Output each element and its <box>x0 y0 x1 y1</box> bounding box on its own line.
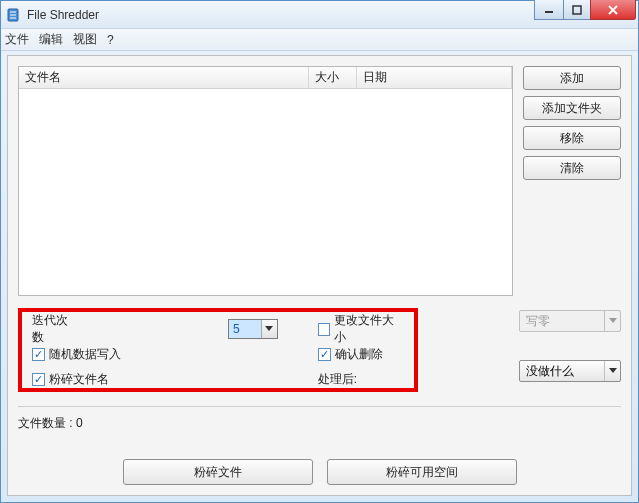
client-area: 文件名 大小 日期 添加 添加文件夹 移除 清除 迭代次数 5 <box>7 55 632 496</box>
confirm-delete-label: 确认删除 <box>335 346 383 363</box>
menu-file[interactable]: 文件 <box>5 31 29 48</box>
close-button[interactable] <box>590 0 636 20</box>
close-icon <box>607 5 619 15</box>
options-mid-col: 更改文件大小 确认删除 处理后: <box>318 320 404 378</box>
options-left-col: 迭代次数 5 随机数据写入 粉碎文件名 <box>32 320 278 378</box>
clear-button[interactable]: 清除 <box>523 156 621 180</box>
chevron-down-icon <box>604 311 620 331</box>
chevron-down-icon <box>261 320 277 338</box>
chevron-down-icon <box>604 361 620 381</box>
app-icon <box>5 7 21 23</box>
bottom-buttons: 粉碎文件 粉碎可用空间 <box>8 459 631 485</box>
mode-value: 写零 <box>520 313 604 330</box>
window-title: File Shredder <box>27 8 99 22</box>
svg-marker-10 <box>609 368 617 373</box>
menu-help[interactable]: ? <box>107 33 114 47</box>
change-size-label: 更改文件大小 <box>334 312 404 346</box>
menu-edit[interactable]: 编辑 <box>39 31 63 48</box>
after-label: 处理后: <box>318 371 357 388</box>
iterations-combobox[interactable]: 5 <box>228 319 278 339</box>
options-right: 写零 没做什么 <box>418 308 621 382</box>
divider <box>18 406 621 407</box>
add-button[interactable]: 添加 <box>523 66 621 90</box>
app-window: File Shredder 文件 编辑 视图 ? 文件名 <box>0 0 639 503</box>
minimize-icon <box>544 5 554 15</box>
table-header: 文件名 大小 日期 <box>19 67 512 89</box>
random-write-row: 随机数据写入 <box>32 346 278 363</box>
maximize-icon <box>572 5 582 15</box>
shred-filename-checkbox[interactable] <box>32 373 45 386</box>
confirm-delete-row: 确认删除 <box>318 346 404 363</box>
confirm-delete-checkbox[interactable] <box>318 348 331 361</box>
col-header-size[interactable]: 大小 <box>309 67 357 88</box>
file-table[interactable]: 文件名 大小 日期 <box>18 66 513 296</box>
after-action-combobox[interactable]: 没做什么 <box>519 360 621 382</box>
menubar: 文件 编辑 视图 ? <box>1 29 638 51</box>
shred-filename-row: 粉碎文件名 <box>32 371 278 388</box>
svg-marker-8 <box>265 326 273 331</box>
side-buttons: 添加 添加文件夹 移除 清除 <box>523 66 621 296</box>
options-highlight-box: 迭代次数 5 随机数据写入 粉碎文件名 <box>18 308 418 392</box>
change-size-row: 更改文件大小 <box>318 320 404 338</box>
table-body[interactable] <box>19 89 512 295</box>
shred-files-button[interactable]: 粉碎文件 <box>123 459 313 485</box>
file-count-label: 文件数量 : 0 <box>18 415 621 432</box>
svg-marker-9 <box>609 318 617 323</box>
options-row: 迭代次数 5 随机数据写入 粉碎文件名 <box>18 308 621 392</box>
col-header-name[interactable]: 文件名 <box>19 67 309 88</box>
remove-button[interactable]: 移除 <box>523 126 621 150</box>
shred-free-space-button[interactable]: 粉碎可用空间 <box>327 459 517 485</box>
after-row: 处理后: <box>318 371 404 388</box>
change-size-checkbox[interactable] <box>318 323 331 336</box>
svg-rect-5 <box>573 6 581 14</box>
col-header-date[interactable]: 日期 <box>357 67 512 88</box>
titlebar: File Shredder <box>1 1 638 29</box>
random-write-label: 随机数据写入 <box>49 346 121 363</box>
iterations-label: 迭代次数 <box>32 312 76 346</box>
iterations-row: 迭代次数 5 <box>32 320 278 338</box>
shred-filename-label: 粉碎文件名 <box>49 371 109 388</box>
mode-combobox[interactable]: 写零 <box>519 310 621 332</box>
maximize-button[interactable] <box>563 0 591 20</box>
iterations-value: 5 <box>229 320 261 338</box>
add-folder-button[interactable]: 添加文件夹 <box>523 96 621 120</box>
menu-view[interactable]: 视图 <box>73 31 97 48</box>
minimize-button[interactable] <box>534 0 564 20</box>
after-action-value: 没做什么 <box>520 363 604 380</box>
random-write-checkbox[interactable] <box>32 348 45 361</box>
top-row: 文件名 大小 日期 添加 添加文件夹 移除 清除 <box>18 66 621 296</box>
window-controls <box>535 0 636 20</box>
